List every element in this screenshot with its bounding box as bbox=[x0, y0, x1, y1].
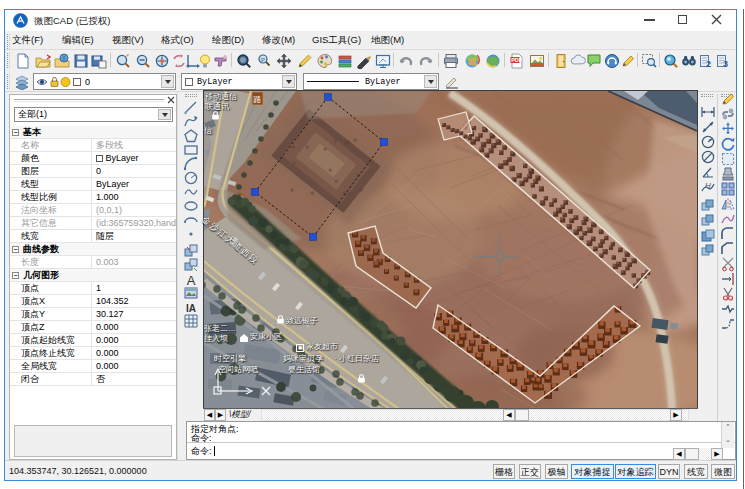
svg-text:H: H bbox=[705, 181, 711, 190]
svg-text:IA: IA bbox=[186, 303, 196, 314]
svg-text:2: 2 bbox=[706, 58, 711, 68]
svg-text:PDF: PDF bbox=[511, 57, 523, 63]
svg-text:路: 路 bbox=[254, 95, 262, 104]
svg-text:3: 3 bbox=[723, 58, 728, 68]
svg-text:P: P bbox=[261, 56, 265, 62]
